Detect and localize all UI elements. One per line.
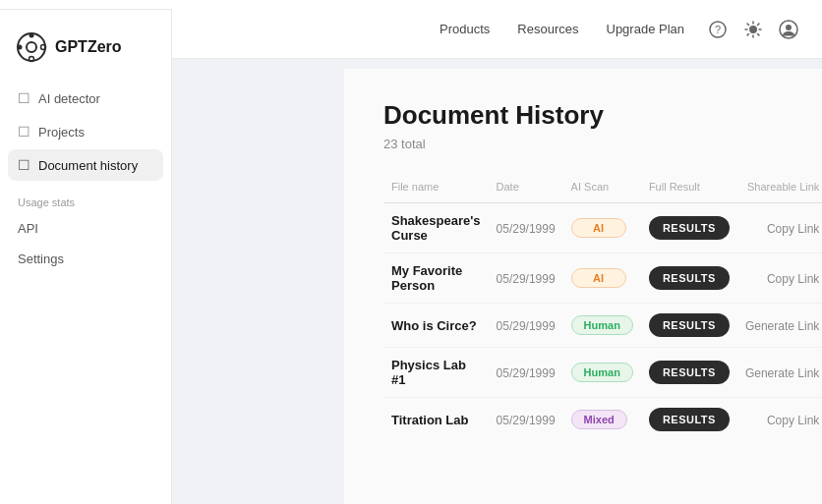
header-products[interactable]: Products: [440, 22, 490, 36]
document-table: File name Date AI Scan Full Result Share…: [383, 175, 822, 441]
sidebar-item-label: AI detector: [38, 91, 100, 106]
col-header-filename: File name: [383, 175, 489, 203]
table-row: My Favorite Person 05/29/1999 AI RESULTS…: [383, 253, 822, 304]
gptzero-logo-icon: [16, 31, 47, 63]
cell-fullresult: RESULTS: [641, 253, 737, 304]
cell-sharelink: Copy Link: [737, 398, 822, 442]
api-label: API: [18, 221, 38, 236]
date-text: 05/29/1999: [497, 222, 556, 236]
svg-line-16: [747, 33, 748, 34]
results-button[interactable]: RESULTS: [649, 266, 730, 290]
cell-date: 05/29/1999: [489, 398, 563, 442]
sidebar-item-label: Document history: [38, 158, 138, 173]
total-count: 23 total: [383, 137, 783, 151]
link-action-text[interactable]: Copy Link: [767, 272, 819, 286]
help-icon[interactable]: ?: [708, 20, 728, 39]
svg-text:?: ?: [715, 24, 721, 35]
header-upgrade-plan[interactable]: Upgrade Plan: [607, 22, 685, 36]
col-header-sharelink: Shareable Link: [737, 175, 822, 203]
date-text: 05/29/1999: [497, 414, 556, 427]
cell-date: 05/29/1999: [489, 348, 563, 398]
file-name-text: My Favorite Person: [391, 263, 462, 293]
link-action-text[interactable]: Generate Link: [745, 366, 819, 380]
link-action-text[interactable]: Copy Link: [767, 222, 819, 236]
col-header-date: Date: [489, 175, 563, 203]
account-icon[interactable]: [779, 20, 798, 39]
cell-filename: Titration Lab: [383, 398, 489, 442]
ai-scan-badge: AI: [571, 268, 626, 288]
date-text: 05/29/1999: [497, 272, 556, 286]
folder-icon: ☐: [18, 124, 30, 140]
cell-sharelink: Copy Link: [737, 203, 822, 253]
cell-aiscan: Human: [563, 348, 641, 398]
ai-scan-badge: Human: [571, 363, 633, 382]
sidebar-item-projects[interactable]: ☐ Projects: [8, 116, 163, 147]
svg-point-18: [786, 25, 792, 30]
results-button[interactable]: RESULTS: [649, 361, 730, 384]
results-button[interactable]: RESULTS: [649, 216, 730, 240]
sidebar-item-api[interactable]: API: [8, 214, 163, 243]
cell-date: 05/29/1999: [489, 253, 563, 304]
svg-point-4: [41, 45, 46, 50]
date-text: 05/29/1999: [497, 319, 556, 333]
page-title: Document History: [383, 100, 783, 131]
link-action-text[interactable]: Generate Link: [745, 319, 819, 333]
svg-point-8: [749, 26, 757, 33]
ai-scan-badge: AI: [571, 218, 626, 238]
file-name-text: Titration Lab: [391, 413, 468, 427]
svg-line-14: [758, 33, 759, 34]
history-icon: ☐: [18, 157, 30, 173]
cell-date: 05/29/1999: [489, 304, 563, 348]
file-name-text: Shakespeare's Curse: [391, 213, 481, 243]
cell-filename: Shakespeare's Curse: [383, 203, 489, 253]
header-nav: Products Resources Upgrade Plan: [440, 22, 684, 36]
results-button[interactable]: RESULTS: [649, 313, 730, 337]
col-header-aiscan: AI Scan: [563, 175, 641, 203]
table-row: Who is Circe? 05/29/1999 Human RESULTS G…: [383, 304, 822, 348]
sidebar-item-document-history[interactable]: ☐ Document history: [8, 149, 163, 181]
logo-text: GPTZero: [55, 38, 122, 56]
ai-scan-badge: Mixed: [571, 410, 627, 429]
cell-fullresult: RESULTS: [641, 304, 737, 348]
logo-area: GPTZero: [0, 22, 171, 83]
table-header-row: File name Date AI Scan Full Result Share…: [383, 175, 822, 203]
header-actions: ?: [708, 20, 798, 39]
table-row: Titration Lab 05/29/1999 Mixed RESULTS C…: [383, 398, 822, 442]
date-text: 05/29/1999: [497, 366, 556, 380]
results-button[interactable]: RESULTS: [649, 408, 730, 431]
file-name-text: Who is Circe?: [391, 318, 477, 333]
cell-filename: My Favorite Person: [383, 253, 489, 304]
cell-filename: Who is Circe?: [383, 304, 489, 348]
table-row: Physics Lab #1 05/29/1999 Human RESULTS …: [383, 348, 822, 398]
cell-fullresult: RESULTS: [641, 203, 737, 253]
file-name-text: Physics Lab #1: [391, 358, 466, 387]
svg-point-3: [18, 45, 23, 50]
cell-fullresult: RESULTS: [641, 398, 737, 442]
cell-date: 05/29/1999: [489, 203, 563, 253]
settings-label: Settings: [18, 252, 64, 266]
cell-aiscan: Mixed: [563, 398, 641, 442]
cell-sharelink: Generate Link: [737, 348, 822, 398]
cell-sharelink: Generate Link: [737, 304, 822, 348]
svg-point-5: [29, 57, 34, 62]
document-icon: ☐: [18, 90, 30, 106]
theme-toggle-icon[interactable]: [743, 20, 763, 39]
cell-fullresult: RESULTS: [641, 348, 737, 398]
svg-point-1: [27, 42, 36, 52]
cell-aiscan: AI: [563, 253, 641, 304]
cell-aiscan: Human: [563, 304, 641, 348]
cell-filename: Physics Lab #1: [383, 348, 489, 398]
col-header-fullresult: Full Result: [641, 175, 737, 203]
usage-stats-label: Usage stats: [0, 181, 171, 214]
svg-line-15: [758, 24, 759, 25]
cell-aiscan: AI: [563, 203, 641, 253]
link-action-text[interactable]: Copy Link: [767, 414, 819, 427]
table-row: Shakespeare's Curse 05/29/1999 AI RESULT…: [383, 203, 822, 253]
sidebar: GPTZero ☐ AI detector ☐ Projects ☐ Docum…: [0, 10, 172, 504]
sidebar-item-ai-detector[interactable]: ☐ AI detector: [8, 83, 163, 114]
sidebar-item-settings[interactable]: Settings: [8, 245, 163, 273]
sidebar-item-label: Projects: [38, 125, 85, 140]
nav-bottom: API Settings: [0, 214, 171, 273]
ai-scan-badge: Human: [571, 315, 633, 335]
header-resources[interactable]: Resources: [517, 22, 578, 36]
